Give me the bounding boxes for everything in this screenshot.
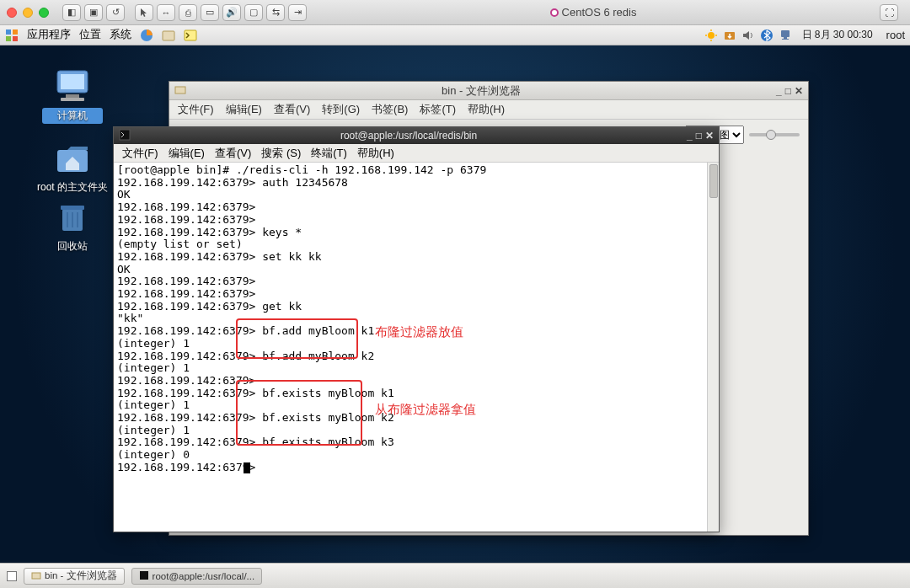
minimize-icon[interactable]: _ xyxy=(776,85,782,97)
minimize-icon[interactable]: _ xyxy=(687,130,693,142)
terminal-window[interactable]: root@apple:/usr/local/redis/bin _ □ ✕ 文件… xyxy=(113,126,720,532)
svg-rect-5 xyxy=(163,31,174,40)
desktop-icon-label: 计算机 xyxy=(42,108,103,124)
mac-titlebar: ◧ ▣ ↺ ↔ ⎙ ▭ 🔊 ▢ ⇆ ⇥ CentOS 6 redis ⛶ xyxy=(0,0,910,25)
svg-rect-23 xyxy=(61,206,84,210)
gnome-menubar: 应用程序 位置 系统 日 8月 30 00:30 root xyxy=(0,25,910,45)
nautilus-launcher-icon[interactable] xyxy=(162,29,175,42)
desktop-icon-label: 回收站 xyxy=(42,239,103,254)
naut-menu-go[interactable]: 转到(G) xyxy=(322,102,360,117)
term-menu-view[interactable]: 查看(V) xyxy=(215,146,251,161)
usb-icon[interactable]: ⇥ xyxy=(288,4,307,21)
taskbar-item-terminal[interactable]: root@apple:/usr/local/... xyxy=(131,568,263,585)
folder-icon xyxy=(31,570,41,582)
vm-refresh-icon[interactable]: ↺ xyxy=(106,4,125,21)
vm-title: CentOS 6 redis xyxy=(312,6,875,19)
folder-icon[interactable]: ▭ xyxy=(201,4,219,21)
desktop[interactable]: 计算机 root 的主文件夹 回收站 bin - 文件浏览器 _ □ ✕ 文件(… xyxy=(0,45,910,563)
menu-places[interactable]: 位置 xyxy=(79,28,101,42)
weather-icon[interactable] xyxy=(704,29,718,42)
print-icon[interactable]: ⎙ xyxy=(179,4,197,21)
bluetooth-icon[interactable] xyxy=(760,29,774,42)
terminal-body[interactable]: [root@apple bin]# ./redis-cli -h 192.168… xyxy=(114,163,719,532)
cursor-icon[interactable] xyxy=(135,4,153,21)
svg-rect-28 xyxy=(120,130,130,140)
applications-icon[interactable] xyxy=(5,29,19,42)
svg-rect-27 xyxy=(175,87,185,94)
terminal-icon xyxy=(119,129,131,143)
zoom-button[interactable] xyxy=(39,8,49,18)
svg-rect-29 xyxy=(32,573,40,579)
minimize-button[interactable] xyxy=(23,8,33,18)
taskbar-item-label: root@apple:/usr/local/... xyxy=(153,571,255,581)
vm-title-text: CentOS 6 redis xyxy=(562,6,637,19)
nautilus-menubar: 文件(F) 编辑(E) 查看(V) 转到(G) 书签(B) 标签(T) 帮助(H… xyxy=(169,100,808,120)
close-button[interactable] xyxy=(7,8,17,18)
taskbar-item-label: bin - 文件浏览器 xyxy=(45,569,117,582)
menu-system[interactable]: 系统 xyxy=(110,28,131,42)
nautilus-title-text: bin - 文件浏览器 xyxy=(191,83,771,99)
term-menu-search[interactable]: 搜索 (S) xyxy=(261,146,301,161)
svg-rect-20 xyxy=(61,98,84,101)
nautilus-titlebar[interactable]: bin - 文件浏览器 _ □ ✕ xyxy=(169,82,808,100)
naut-menu-help[interactable]: 帮助(H) xyxy=(468,102,505,117)
vm-snapshot-icon[interactable]: ▣ xyxy=(84,4,103,21)
terminal-launcher-icon[interactable] xyxy=(184,29,197,42)
svg-rect-15 xyxy=(784,37,787,39)
terminal-output: [root@apple bin]# ./redis-cli -h 192.168… xyxy=(117,164,715,474)
network-status-icon[interactable] xyxy=(779,29,792,42)
window-traffic-lights xyxy=(7,8,49,18)
term-menu-edit[interactable]: 编辑(E) xyxy=(169,146,205,161)
naut-menu-view[interactable]: 查看(V) xyxy=(274,102,310,117)
cursor xyxy=(244,462,250,473)
desktop-icon-trash[interactable]: 回收站 xyxy=(42,197,103,254)
svg-rect-30 xyxy=(140,571,148,580)
firefox-icon[interactable] xyxy=(140,29,153,42)
svg-rect-0 xyxy=(6,29,11,35)
clock[interactable]: 日 8月 30 00:30 xyxy=(802,28,873,42)
expand-icon[interactable]: ↔ xyxy=(157,4,175,21)
camera-icon[interactable]: ▢ xyxy=(244,4,263,21)
close-icon[interactable]: ✕ xyxy=(705,130,714,142)
svg-rect-2 xyxy=(6,36,11,41)
taskbar-item-nautilus[interactable]: bin - 文件浏览器 xyxy=(24,568,125,585)
close-icon[interactable]: ✕ xyxy=(795,85,803,97)
svg-point-7 xyxy=(708,32,715,39)
network-icon[interactable]: ⇆ xyxy=(266,4,285,21)
menu-applications[interactable]: 应用程序 xyxy=(27,28,71,42)
maximize-icon[interactable]: □ xyxy=(696,130,702,142)
sound-icon[interactable]: 🔊 xyxy=(222,4,241,21)
fullscreen-icon[interactable]: ⛶ xyxy=(880,4,898,21)
terminal-icon xyxy=(139,570,149,582)
user-label[interactable]: root xyxy=(886,29,905,41)
naut-menu-edit[interactable]: 编辑(E) xyxy=(226,102,262,117)
naut-menu-tabs[interactable]: 标签(T) xyxy=(420,102,456,117)
svg-rect-19 xyxy=(66,94,79,98)
term-menu-help[interactable]: 帮助(H) xyxy=(357,146,394,161)
naut-menu-file[interactable]: 文件(F) xyxy=(178,102,214,117)
maximize-icon[interactable]: □ xyxy=(785,85,791,97)
term-menu-file[interactable]: 文件(F) xyxy=(122,146,158,161)
folder-icon xyxy=(174,83,186,98)
svg-rect-1 xyxy=(13,29,18,35)
terminal-titlebar[interactable]: root@apple:/usr/local/redis/bin _ □ ✕ xyxy=(114,127,719,144)
scrollbar[interactable] xyxy=(707,163,719,532)
svg-rect-16 xyxy=(782,39,789,40)
trash-icon xyxy=(52,197,93,238)
naut-menu-bookmarks[interactable]: 书签(B) xyxy=(372,102,408,117)
show-desktop-icon[interactable] xyxy=(7,571,17,581)
desktop-icon-home[interactable]: root 的主文件夹 xyxy=(34,138,111,195)
zoom-slider[interactable] xyxy=(749,133,800,136)
desktop-icon-label: root 的主文件夹 xyxy=(34,180,111,195)
svg-rect-18 xyxy=(61,74,84,89)
updates-icon[interactable] xyxy=(723,29,736,42)
volume-icon[interactable] xyxy=(741,29,755,42)
desktop-icon-computer[interactable]: 计算机 xyxy=(42,66,103,124)
svg-rect-14 xyxy=(781,30,790,37)
vm-sidebar-icon[interactable]: ◧ xyxy=(62,4,81,21)
terminal-title-text: root@apple:/usr/local/redis/bin xyxy=(131,130,687,142)
scrollbar-thumb[interactable] xyxy=(709,164,718,198)
home-folder-icon xyxy=(52,138,93,179)
terminal-menubar: 文件(F) 编辑(E) 查看(V) 搜索 (S) 终端(T) 帮助(H) xyxy=(114,144,719,163)
term-menu-terminal[interactable]: 终端(T) xyxy=(311,146,347,161)
